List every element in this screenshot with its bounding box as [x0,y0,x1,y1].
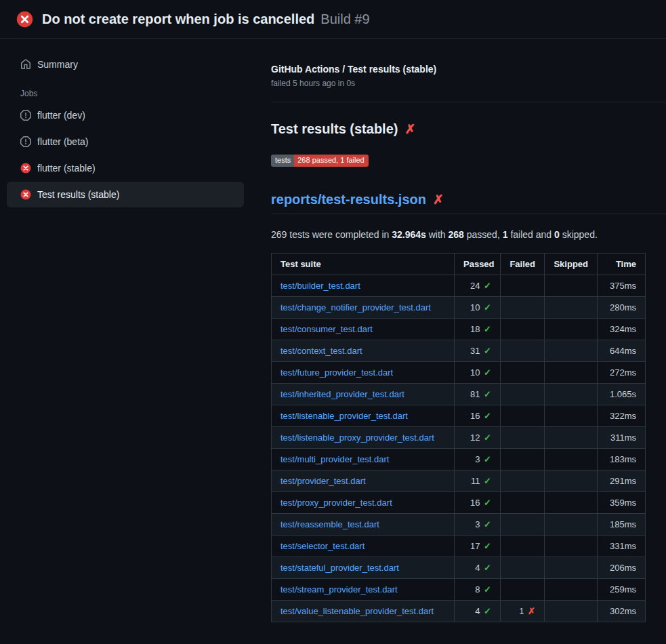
breadcrumb: GitHub Actions / Test results (stable) [271,64,645,75]
stop-icon [20,110,31,121]
test-results-table: Test suitePassedFailedSkippedTime test/b… [271,253,646,622]
test-suite-link[interactable]: test/inherited_provider_test.dart [280,389,404,399]
test-suite-link[interactable]: test/consumer_test.dart [280,324,373,334]
summary-segment: 269 tests were completed in [271,229,392,240]
test-suite-link[interactable]: test/reassemble_test.dart [280,519,379,529]
report-link[interactable]: reports/test-results.json [271,192,426,207]
summary-segment: with [426,229,449,240]
passed-cell: 12 ✓ [455,427,501,449]
job-label: Test results (stable) [37,189,119,200]
skipped-cell [545,536,598,557]
time-cell: 359ms [598,492,646,514]
time-cell: 259ms [598,579,646,601]
test-suite-link[interactable]: test/provider_test.dart [280,476,366,486]
table-row: test/context_test.dart31 ✓644ms [272,340,646,362]
test-suite-link[interactable]: test/selector_test.dart [280,541,365,551]
test-suite-link[interactable]: test/stream_provider_test.dart [280,584,398,595]
check-icon: ✓ [484,281,491,291]
check-icon: ✓ [484,389,491,399]
summary-segment: 268 [449,229,464,240]
check-icon: ✓ [484,324,491,334]
test-suite-link[interactable]: test/change_notifier_provider_test.dart [280,302,431,313]
fail-x-icon: ✗ [404,123,415,136]
test-suite-link[interactable]: test/listenable_proxy_provider_test.dart [280,432,434,443]
test-suite-cell: test/future_provider_test.dart [272,362,455,384]
passed-cell: 3 ✓ [455,449,501,470]
table-row: test/consumer_test.dart18 ✓324ms [272,319,646,340]
column-header: Failed [501,254,545,275]
check-icon: ✓ [484,346,491,356]
section-title: Test results (stable) [271,121,398,137]
failed-cell [501,579,545,601]
jobs-section-label: Jobs [7,77,244,102]
test-suite-link[interactable]: test/future_provider_test.dart [280,367,393,378]
divider [271,102,666,102]
sidebar-item-summary[interactable]: Summary [7,52,244,77]
test-suite-link[interactable]: test/context_test.dart [280,346,362,356]
table-row: test/reassemble_test.dart3 ✓185ms [272,514,646,536]
skipped-cell [545,557,598,579]
check-icon: ✓ [484,584,491,595]
test-suite-link[interactable]: test/builder_test.dart [280,281,360,291]
skipped-cell [545,449,598,470]
table-row: test/provider_test.dart11 ✓291ms [272,470,646,492]
check-icon: ✓ [484,541,491,551]
test-suite-link[interactable]: test/value_listenable_provider_test.dart [280,606,434,616]
sidebar: Summary Jobs flutter (dev)flutter (beta)… [0,39,251,208]
test-suite-cell: test/selector_test.dart [272,536,455,557]
skipped-cell [545,362,598,384]
table-body: test/builder_test.dart24 ✓375ms test/cha… [272,275,646,622]
time-cell: 375ms [598,275,646,297]
sidebar-item-flutter-dev[interactable]: flutter (dev) [7,102,244,128]
time-cell: 644ms [598,340,646,362]
sidebar-item-test-results-stable[interactable]: Test results (stable) [7,182,244,207]
passed-cell: 4 ✓ [455,601,501,622]
failed-cell [501,340,545,362]
time-cell: 324ms [598,319,646,340]
test-suite-link[interactable]: test/proxy_provider_test.dart [280,498,392,508]
test-suite-cell: test/value_listenable_provider_test.dart [272,601,455,622]
test-suite-link[interactable]: test/listenable_provider_test.dart [280,411,408,421]
skipped-cell [545,470,598,492]
check-icon: ✓ [484,411,491,421]
test-suite-link[interactable]: test/multi_provider_test.dart [280,454,389,464]
time-cell: 185ms [598,514,646,536]
check-icon: ✓ [484,367,491,378]
column-header: Time [598,254,646,275]
table-row: test/listenable_proxy_provider_test.dart… [272,427,646,449]
check-icon: ✓ [484,302,491,313]
test-suite-cell: test/listenable_provider_test.dart [272,405,455,427]
skipped-cell [545,340,598,362]
summary-segment: failed and [508,229,555,240]
skipped-cell [545,297,598,319]
table-row: test/inherited_provider_test.dart81 ✓1.0… [272,384,646,405]
column-header: Test suite [272,254,455,275]
skipped-cell [545,514,598,536]
test-suite-cell: test/stream_provider_test.dart [272,579,455,601]
passed-cell: 16 ✓ [455,492,501,514]
table-row: test/proxy_provider_test.dart16 ✓359ms [272,492,646,514]
table-row: test/stream_provider_test.dart8 ✓259ms [272,579,646,601]
badge-label: tests [271,155,294,167]
test-suite-cell: test/stateful_provider_test.dart [272,557,455,579]
section-heading: Test results (stable) ✗ [271,121,645,137]
summary-line: 269 tests were completed in 32.964s with… [271,229,645,240]
table-row: test/change_notifier_provider_test.dart1… [272,297,646,319]
sidebar-item-flutter-beta[interactable]: flutter (beta) [7,129,244,155]
failed-cell [501,405,545,427]
failed-cell [501,384,545,405]
skipped-cell [545,579,598,601]
sidebar-item-flutter-stable[interactable]: flutter (stable) [7,155,244,181]
failed-cell [501,319,545,340]
summary-segment: 1 [503,229,508,240]
x-icon: ✗ [528,606,535,616]
home-icon [20,59,31,70]
check-icon: ✓ [484,563,491,573]
test-suite-link[interactable]: test/stateful_provider_test.dart [280,563,399,573]
time-cell: 302ms [598,601,646,622]
test-suite-cell: test/change_notifier_provider_test.dart [272,297,455,319]
failed-cell [501,449,545,470]
passed-cell: 4 ✓ [455,557,501,579]
main-content: GitHub Actions / Test results (stable) f… [251,39,666,622]
stop-icon [20,136,31,147]
